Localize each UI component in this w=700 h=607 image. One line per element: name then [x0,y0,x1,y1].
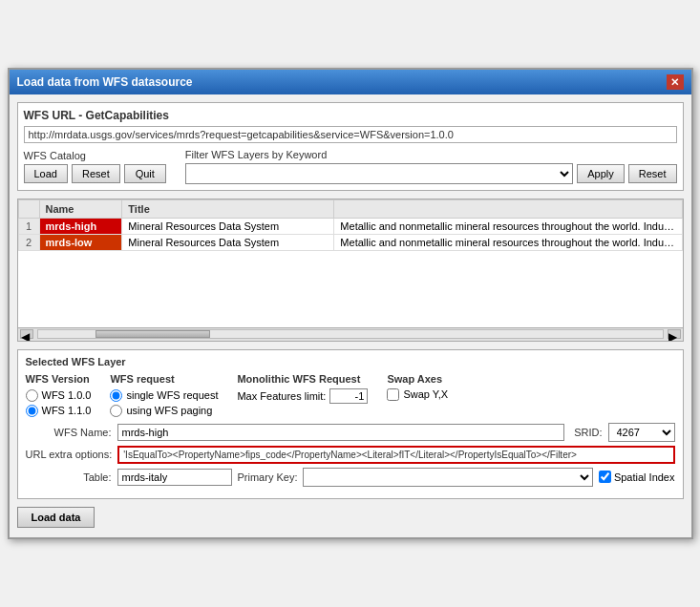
wfs-request-group: WFS request single WFS request using WFS… [110,373,218,417]
spatial-index-option[interactable]: Spatial Index [599,471,675,483]
monolithic-label: Monolithic WFS Request [237,373,368,385]
max-features-label: Max Features limit: [237,390,326,402]
url-extra-label: URL extra options: [26,449,113,460]
swap-yx-option[interactable]: Swap Y,X [387,388,448,401]
version-110-label: WFS 1.1.0 [42,405,92,416]
request-paging-option[interactable]: using WFS paging [110,405,218,417]
row-2-title: Mineral Resources Data System [122,235,334,251]
apply-button[interactable]: Apply [577,164,625,183]
row-1-title: Mineral Resources Data System [122,219,334,235]
col-num [18,200,39,219]
monolithic-group: Monolithic WFS Request Max Features limi… [237,373,368,417]
spatial-index-label: Spatial Index [614,471,675,483]
version-100-label: WFS 1.0.0 [42,389,92,401]
reset-catalog-button[interactable]: Reset [72,164,120,183]
close-button[interactable]: ✕ [667,74,684,90]
scrollbar-track[interactable] [37,329,664,339]
filter-group: Filter WFS Layers by Keyword Apply Reset [185,149,677,184]
wfs-request-label: WFS request [110,373,218,385]
request-single-option[interactable]: single WFS request [110,389,218,402]
empty-row [18,251,682,327]
row-1-num: 1 [18,219,39,235]
max-features-input[interactable] [329,388,368,404]
row-2-num: 2 [18,235,39,251]
load-data-button[interactable]: Load data [17,507,95,528]
load-button[interactable]: Load [24,164,68,183]
selected-wfs-section: Selected WFS Layer WFS Version WFS 1.0.0… [17,349,684,499]
col-desc [334,200,682,219]
wfs-url-label: WFS URL - GetCapabilities [24,109,677,122]
quit-button[interactable]: Quit [124,164,166,183]
wfs-url-section: WFS URL - GetCapabilities WFS Catalog Lo… [17,102,684,191]
swap-axes-label: Swap Axes [387,373,448,385]
swap-axes-group: Swap Axes Swap Y,X [387,373,448,417]
col-name: Name [39,200,122,219]
main-window: Load data from WFS datasource ✕ WFS URL … [8,68,693,539]
pk-select[interactable] [303,468,592,487]
table-row[interactable]: 1 mrds-high Mineral Resources Data Syste… [18,219,682,235]
srid-label: SRID: [574,427,602,438]
scrollbar-thumb[interactable] [95,330,210,338]
version-100-option[interactable]: WFS 1.0.0 [26,389,92,402]
request-paging-label: using WFS paging [126,405,212,416]
title-bar: Load data from WFS datasource ✕ [10,70,691,94]
swap-yx-label: Swap Y,X [403,388,448,400]
wfs-version-group: WFS Version WFS 1.0.0 WFS 1.1.0 [26,373,92,417]
row-2-name: mrds-low [39,235,122,251]
layers-table-wrapper: Name Title 1 mrds-high Mineral Resources… [17,199,684,342]
catalog-group: WFS Catalog Load Reset Quit [24,150,166,183]
reset-filter-button[interactable]: Reset [628,164,677,183]
table-row[interactable]: 2 mrds-low Mineral Resources Data System… [18,235,682,251]
wfs-url-input[interactable] [24,126,677,143]
table-pk-row: Table: Primary Key: Spatial Index [26,468,675,487]
horizontal-scrollbar[interactable]: ◀ ▶ [18,327,683,341]
wfs-name-row: WFS Name: SRID: 4267 [26,423,675,442]
window-title: Load data from WFS datasource [17,75,193,89]
request-single-label: single WFS request [126,389,218,401]
catalog-label: WFS Catalog [24,150,166,161]
layers-table: Name Title 1 mrds-high Mineral Resources… [18,199,683,327]
filter-keyword-select[interactable] [185,163,573,184]
wfs-name-input[interactable] [117,424,565,441]
table-input[interactable] [117,469,232,486]
table-label: Table: [26,471,112,483]
row-2-desc: Metallic and nonmetallic mineral resourc… [334,235,682,251]
wfs-version-label: WFS Version [26,373,92,385]
srid-select[interactable]: 4267 [608,423,675,442]
col-title: Title [122,200,334,219]
scroll-right-arrow[interactable]: ▶ [668,329,681,339]
url-extra-input[interactable] [117,446,674,464]
selected-title: Selected WFS Layer [26,356,675,367]
row-1-name: mrds-high [39,219,122,235]
row-1-desc: Metallic and nonmetallic mineral resourc… [334,219,682,235]
scroll-left-arrow[interactable]: ◀ [20,329,33,339]
url-extra-row: URL extra options: [26,446,675,464]
filter-label: Filter WFS Layers by Keyword [185,149,677,160]
wfs-name-label: WFS Name: [26,427,112,438]
version-110-option[interactable]: WFS 1.1.0 [26,405,92,417]
pk-label: Primary Key: [238,471,298,483]
